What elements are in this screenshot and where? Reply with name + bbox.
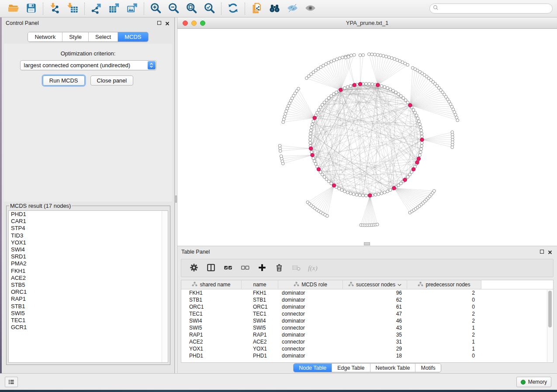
table-cell: 0 <box>407 297 481 303</box>
mcds-result-item[interactable]: STP4 <box>9 225 168 232</box>
network-window-titlebar[interactable]: YPA_prune.txt_1 <box>177 17 557 29</box>
mcds-result-item[interactable]: STB1 <box>9 303 168 310</box>
tab-node-table[interactable]: Node Table <box>294 364 332 372</box>
tab-mcds[interactable]: MCDS <box>118 32 148 41</box>
result-list-scrollbar[interactable] <box>162 211 168 362</box>
mcds-result-item[interactable]: SWI4 <box>9 246 168 253</box>
column-tree-icon <box>418 282 423 288</box>
horizontal-splitter-handle[interactable] <box>364 242 370 245</box>
table-cell: 43 <box>343 325 407 331</box>
zoom-out-icon <box>168 2 180 15</box>
import-network-icon <box>49 2 61 15</box>
search-input[interactable] <box>439 5 550 12</box>
table-row[interactable]: PHD1PHD1dominator180 <box>181 352 553 359</box>
mcds-result-item[interactable]: YOX1 <box>9 239 168 246</box>
clone-network-icon <box>251 2 263 15</box>
vertical-splitter-handle[interactable] <box>175 196 177 203</box>
table-row[interactable]: YOX1YOX1connector291 <box>181 345 553 352</box>
window-maximize-icon[interactable] <box>200 21 205 26</box>
close-panel-icon[interactable] <box>165 21 170 26</box>
column-header-MCDS-role[interactable]: MCDS role <box>278 280 343 289</box>
tab-edge-table[interactable]: Edge Table <box>332 364 370 372</box>
tab-motifs[interactable]: Motifs <box>415 364 440 372</box>
table-cell: SWI4 <box>181 318 242 324</box>
import-table-button[interactable] <box>64 1 82 16</box>
show-graphics-details-button[interactable] <box>301 1 319 16</box>
window-close-icon[interactable] <box>183 21 188 26</box>
mcds-result-item[interactable]: GCR1 <box>9 324 168 331</box>
status-bar: Memory <box>0 373 557 390</box>
table-row[interactable]: STB1STB1dominator620 <box>181 296 553 303</box>
table-scrollbar[interactable] <box>547 290 553 362</box>
settings-gear-button[interactable] <box>187 261 201 275</box>
zoom-selected-button[interactable] <box>201 1 218 16</box>
add-entry-button[interactable] <box>256 261 269 275</box>
table-cell: dominator <box>278 290 343 296</box>
table-row[interactable]: SWI4SWI4dominator462 <box>181 317 553 324</box>
float-table-panel-icon[interactable] <box>540 250 544 254</box>
hide-graphics-details-button[interactable] <box>284 1 301 16</box>
window-minimize-icon[interactable] <box>191 21 197 26</box>
column-header-successor-nodes[interactable]: successor nodes <box>343 280 407 289</box>
close-panel-button[interactable]: Close panel <box>90 76 134 86</box>
mcds-result-item[interactable]: STB5 <box>9 282 168 289</box>
tab-network-table[interactable]: Network Table <box>370 364 416 372</box>
table-row[interactable]: ACE2ACE2connector311 <box>181 338 553 345</box>
clone-network-button[interactable] <box>248 1 266 16</box>
open-file-button[interactable] <box>4 1 22 16</box>
close-table-panel-icon[interactable] <box>547 249 553 254</box>
mcds-result-item[interactable]: TEC1 <box>9 317 168 324</box>
table-scrollbar-thumb[interactable] <box>548 291 552 327</box>
column-header-predecessor-nodes[interactable]: predecessor nodes <box>407 280 481 289</box>
table-cell: 2 <box>407 332 481 338</box>
mcds-result-item[interactable]: SWI5 <box>9 310 168 317</box>
export-image-button[interactable] <box>123 1 141 16</box>
zoom-fit-button[interactable] <box>183 1 201 16</box>
run-mcds-button[interactable]: Run MCDS <box>43 76 85 86</box>
select-all-button[interactable] <box>221 261 235 275</box>
export-table-button[interactable] <box>105 1 123 16</box>
mcds-result-list[interactable]: PHD1CAR1STP4TID3YOX1SWI4SRD1PMA2FKH1ACE2… <box>8 210 168 363</box>
mcds-result-item[interactable]: RAP1 <box>9 296 168 303</box>
save-session-button[interactable] <box>22 1 40 16</box>
tab-network[interactable]: Network <box>28 32 62 41</box>
network-canvas[interactable] <box>177 29 557 246</box>
tab-style[interactable]: Style <box>62 32 89 41</box>
column-header-shared-name[interactable]: shared name <box>181 280 242 289</box>
mcds-result-item[interactable]: FKH1 <box>9 268 168 275</box>
memory-button[interactable]: Memory <box>516 377 551 387</box>
mcds-result-item[interactable]: TID3 <box>9 232 168 239</box>
table-row[interactable]: SWI5SWI5connector431 <box>181 324 553 331</box>
refresh-button[interactable] <box>224 1 242 16</box>
find-network-button[interactable] <box>266 1 284 16</box>
network-graph[interactable] <box>177 29 557 246</box>
deselect-all-button[interactable] <box>239 261 252 275</box>
mcds-result-item[interactable]: CAR1 <box>9 218 168 225</box>
table-row[interactable]: TEC1TEC1connector472 <box>181 310 553 317</box>
task-history-button[interactable] <box>5 377 18 387</box>
zoom-in-button[interactable] <box>147 1 165 16</box>
table-cell: SWI4 <box>242 318 278 324</box>
search-box[interactable] <box>429 3 553 14</box>
import-table-icon <box>67 2 79 15</box>
table-row[interactable]: FKH1FKH1dominator962 <box>181 289 553 296</box>
table-cell: 96 <box>343 290 407 296</box>
mcds-result-item[interactable]: ORC1 <box>9 289 168 296</box>
export-network-button[interactable] <box>87 1 105 16</box>
float-panel-icon[interactable] <box>157 21 161 25</box>
hide-graphics-details-icon <box>287 2 298 15</box>
mcds-result-item[interactable]: PHD1 <box>9 211 168 218</box>
optimization-criterion-select[interactable]: largest connected component (undirected) <box>20 60 156 70</box>
table-row[interactable]: RAP1RAP1dominator352 <box>181 331 553 338</box>
zoom-out-button[interactable] <box>165 1 183 16</box>
mcds-result-item[interactable]: ACE2 <box>9 275 168 282</box>
tab-select[interactable]: Select <box>89 32 118 41</box>
delete-entry-button[interactable] <box>273 261 286 275</box>
column-header-name[interactable]: name <box>242 280 278 289</box>
mcds-result-item[interactable]: PMA2 <box>9 260 168 267</box>
table-row[interactable]: ORC1ORC1dominator610 <box>181 303 553 310</box>
mcds-result-item[interactable]: SRD1 <box>9 253 168 260</box>
split-view-button[interactable] <box>204 261 218 275</box>
table-panel: Table Panel f(x) shared namenameMCDS rol… <box>177 246 557 373</box>
import-network-button[interactable] <box>46 1 64 16</box>
